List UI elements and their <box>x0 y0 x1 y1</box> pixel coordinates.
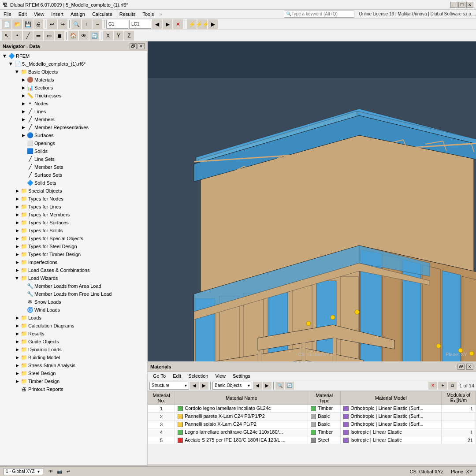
tree-item-dynamic-loads[interactable]: ▶📁Dynamic Loads <box>0 346 147 353</box>
tree-toggle-types-nodes[interactable]: ▶ <box>14 197 20 201</box>
tb-print[interactable]: 🖨 <box>33 19 43 29</box>
tree-item-solid-sets[interactable]: 🔷Solid Sets <box>0 179 147 187</box>
tb-calc2[interactable]: ⚡⚡ <box>197 19 207 29</box>
tree-item-types-surfaces[interactable]: ▶📁Types for Surfaces <box>0 219 147 227</box>
tree-item-members[interactable]: ▶╱Members <box>0 115 147 123</box>
status-view2[interactable]: 📷 <box>56 468 63 475</box>
tree-toggle-types-members[interactable]: ▶ <box>14 212 20 217</box>
tree-item-openings[interactable]: ⬜Openings <box>0 139 147 147</box>
menu-edit[interactable]: Edit <box>15 11 30 18</box>
tb-select[interactable]: ↖ <box>2 31 11 41</box>
tree-item-loads[interactable]: ▶📁Loads <box>0 314 147 322</box>
tree-item-solids[interactable]: 🟦Solids <box>0 147 147 155</box>
tree-item-file[interactable]: ▶📄5._Modello_completo_(1).rf6* <box>0 60 147 68</box>
col-type[interactable]: MaterialType <box>308 391 341 405</box>
tree-toggle-steel-design[interactable]: ▶ <box>14 371 20 376</box>
tree-item-calc-diagrams[interactable]: ▶📁Calculation Diagrams <box>0 322 147 330</box>
tree-item-member-loads-area[interactable]: 🔧Member Loads from Area Load <box>0 282 147 290</box>
tb-node[interactable]: • <box>12 31 22 41</box>
panel-bo-prev[interactable]: ◀ <box>253 382 262 390</box>
tree-toggle-sections[interactable]: ▶ <box>20 86 26 90</box>
panel-next-btn[interactable]: ▶ <box>200 382 208 390</box>
close-button[interactable]: ✕ <box>466 2 473 8</box>
tb-calc1[interactable]: ⚡ <box>187 19 197 29</box>
tree-toggle-basic-objects[interactable]: ▶ <box>15 69 19 75</box>
nav-restore-btn[interactable]: 🗗 <box>130 43 137 49</box>
tb-yaxis[interactable]: Y <box>114 31 123 41</box>
tree-toggle-types-special[interactable]: ▶ <box>14 236 20 241</box>
tree-item-materials[interactable]: ▶🟤Materials <box>0 76 147 84</box>
tree-item-printout[interactable]: 🖨Printout Reports <box>0 385 147 393</box>
tree-toggle-imperfections[interactable]: ▶ <box>14 260 20 264</box>
tb-zoom[interactable]: 🔍 <box>71 19 81 29</box>
tree-item-thicknesses[interactable]: ▶📏Thicknesses <box>0 92 147 100</box>
tree-item-line-sets[interactable]: ╱Line Sets <box>0 155 147 163</box>
panel-copy-btn[interactable]: ⧉ <box>448 382 457 390</box>
tree-item-surface-sets[interactable]: ╱Surface Sets <box>0 171 147 179</box>
tree-item-steel-design[interactable]: ▶📁Steel Design <box>0 369 147 377</box>
tb-surface[interactable]: ▭ <box>44 31 54 41</box>
table-row[interactable]: 2 Pannelli parete X-Lam C24 P0/P1/P2 Bas… <box>148 413 476 420</box>
tree-item-rfem[interactable]: ▶🔷RFEM <box>0 52 147 60</box>
tree-toggle-load-cases[interactable]: ▶ <box>14 268 20 272</box>
col-name[interactable]: Material Name <box>175 391 308 405</box>
menu-insert[interactable]: Insert <box>48 11 67 18</box>
tb-open[interactable]: 📂 <box>12 19 22 29</box>
table-row[interactable]: 3 Pannelli solaio X-Lam C24 P1/P2 Basic … <box>148 420 476 428</box>
tree-item-results[interactable]: ▶📁Results <box>0 330 147 338</box>
table-row[interactable]: 4 Legno lamellare architrave GL24c 110x1… <box>148 428 476 436</box>
tb-xaxis[interactable]: X <box>103 31 113 41</box>
panel-refresh-btn[interactable]: 🔄 <box>285 382 294 390</box>
panel-menu-selection[interactable]: Selection <box>185 372 212 379</box>
tree-item-member-reps[interactable]: ▶╱Member Representatives <box>0 123 147 131</box>
tb-zoom-in[interactable]: + <box>82 19 92 29</box>
search-input[interactable] <box>291 11 352 16</box>
menu-calculate[interactable]: Calculate <box>89 11 116 18</box>
col-modulus[interactable]: Modulus ofE₁ [N/m <box>441 391 476 405</box>
tree-item-types-lines[interactable]: ▶📁Types for Lines <box>0 203 147 211</box>
tree-toggle-materials[interactable]: ▶ <box>20 78 26 82</box>
tb-new[interactable]: 📄 <box>2 19 11 29</box>
tree-item-basic-objects[interactable]: ▶📁Basic Objects <box>0 68 147 76</box>
tree-item-types-members[interactable]: ▶📁Types for Members <box>0 211 147 219</box>
tree-item-nodes[interactable]: ▶•Nodes <box>0 100 147 108</box>
tb-prev[interactable]: ◀ <box>152 19 162 29</box>
tb-redo[interactable]: ↪ <box>58 19 67 29</box>
tb-view2[interactable]: 👁 <box>79 31 89 41</box>
tree-item-member-loads-line[interactable]: 🔧Member Loads from Free Line Load <box>0 290 147 298</box>
tb-save[interactable]: 💾 <box>23 19 33 29</box>
menu-results[interactable]: Results <box>116 11 139 18</box>
tree-item-surfaces[interactable]: ▶🔵Surfaces <box>0 131 147 139</box>
table-row[interactable]: 1 Cordolo legno lamellare incollato GL24… <box>148 405 476 413</box>
tree-toggle-loads[interactable]: ▶ <box>14 316 20 320</box>
panel-menu-edit[interactable]: Edit <box>169 372 185 379</box>
tb-zoom-out[interactable]: − <box>93 19 102 29</box>
menu-view[interactable]: View <box>30 11 48 18</box>
panel-menu-view[interactable]: View <box>212 372 229 379</box>
tree-item-load-cases[interactable]: ▶📁Load Cases & Combinations <box>0 266 147 274</box>
status-view1[interactable]: 👁 <box>47 468 55 475</box>
nav-close-btn[interactable]: ✕ <box>138 43 145 49</box>
maximize-button[interactable]: ☐ <box>458 2 465 8</box>
tree-item-imperfections[interactable]: ▶📁Imperfections <box>0 258 147 266</box>
panel-filter-btn[interactable]: 🔍 <box>275 382 284 390</box>
tb-calc3[interactable]: ▶ <box>208 19 218 29</box>
navigator-tree[interactable]: ▶🔷RFEM▶📄5._Modello_completo_(1).rf6*▶📁Ba… <box>0 51 147 465</box>
structure-dropdown[interactable]: Structure ▾ <box>149 382 189 390</box>
tree-item-snow-loads[interactable]: ❄Snow Loads <box>0 298 147 306</box>
panel-add-btn[interactable]: + <box>438 382 447 390</box>
tree-toggle-timber-design[interactable]: ▶ <box>14 379 20 383</box>
tree-toggle-calc-diagrams[interactable]: ▶ <box>14 324 20 328</box>
tree-item-timber-design[interactable]: ▶📁Timber Design <box>0 377 147 385</box>
status-view3[interactable]: ↩ <box>64 468 72 475</box>
tb-line[interactable]: ╱ <box>23 31 33 41</box>
tb-solid[interactable]: ◼ <box>55 31 64 41</box>
col-no[interactable]: MaterialNo. <box>148 391 175 405</box>
tb-next[interactable]: ▶ <box>163 19 172 29</box>
tree-item-types-timber[interactable]: ▶📁Types for Timber Design <box>0 250 147 258</box>
tree-toggle-types-lines[interactable]: ▶ <box>14 205 20 209</box>
col-model[interactable]: Material Model <box>341 391 441 405</box>
tree-toggle-load-wizards[interactable]: ▶ <box>15 275 19 281</box>
tree-item-types-solids[interactable]: ▶📁Types for Solids <box>0 227 147 234</box>
tree-toggle-stress-strain[interactable]: ▶ <box>14 363 20 368</box>
